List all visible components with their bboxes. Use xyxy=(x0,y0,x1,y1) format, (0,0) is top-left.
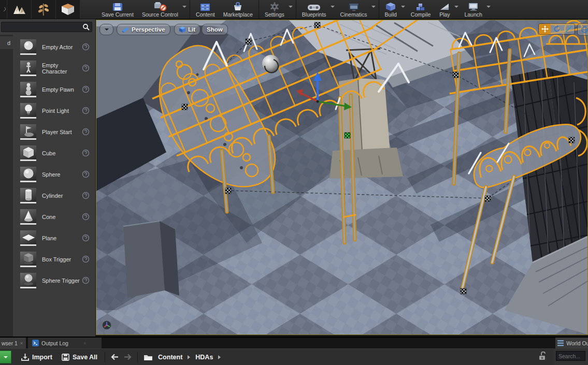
list-item-empty-pawn[interactable]: Empty Pawn xyxy=(13,79,95,100)
place-actors-category-strip xyxy=(0,35,13,337)
launch-label: Launch xyxy=(464,11,482,18)
list-item-cylinder[interactable]: Cylinder xyxy=(13,185,95,206)
list-item-cone[interactable]: Cone xyxy=(13,206,95,227)
blueprints-label: Blueprints xyxy=(302,11,326,18)
list-item-sphere[interactable]: Sphere xyxy=(13,164,95,185)
list-item-label: Cube xyxy=(42,150,82,156)
place-actors-panel: d Empty Actor Empty Character Empty Pawn… xyxy=(0,19,95,337)
save-all-icon xyxy=(62,354,69,361)
camera-mode-button[interactable]: Perspective xyxy=(117,24,170,35)
view-mode-button[interactable]: Lit xyxy=(174,24,200,35)
unlock-icon xyxy=(538,352,546,360)
list-item-point-light[interactable]: Point Light xyxy=(13,100,95,121)
blueprints-button[interactable]: Blueprints xyxy=(298,0,331,19)
build-icon xyxy=(385,2,396,11)
content-icon xyxy=(199,2,211,11)
breadcrumb-content[interactable]: Content xyxy=(156,354,184,361)
settings-dropdown[interactable] xyxy=(289,0,294,19)
move-icon xyxy=(541,25,549,33)
current-folder-icon-button[interactable] xyxy=(140,349,156,365)
mode-tab-partial[interactable] xyxy=(0,0,7,19)
build-button[interactable]: Build xyxy=(381,0,401,19)
list-item-box-trigger[interactable]: Box Trigger xyxy=(13,249,95,270)
sphere-trigger-icon xyxy=(20,273,36,288)
content-browser-toolbar: Import Save All Content HDAs xyxy=(0,348,553,365)
launch-button[interactable]: Launch xyxy=(460,0,486,19)
place-actors-search-input[interactable] xyxy=(4,23,82,32)
play-button[interactable]: Play xyxy=(435,0,454,19)
grab-hint-icon xyxy=(82,128,90,136)
list-item-empty-actor[interactable]: Empty Actor xyxy=(13,36,95,57)
move-tool-button[interactable] xyxy=(539,24,551,34)
forward-button[interactable] xyxy=(121,349,135,365)
toolbar-separator xyxy=(105,352,105,362)
blueprints-dropdown[interactable] xyxy=(331,0,336,19)
breadcrumb-separator-icon xyxy=(188,355,190,359)
list-item-plane[interactable]: Plane xyxy=(13,227,95,249)
perspective-icon xyxy=(122,27,129,33)
tab-world-outliner[interactable]: World Ou xyxy=(555,338,588,348)
place-actors-search[interactable] xyxy=(1,22,92,32)
close-icon[interactable]: × xyxy=(83,341,86,346)
plane-icon xyxy=(20,230,36,246)
source-control-label: Source Control xyxy=(142,11,178,18)
settings-button[interactable]: Settings xyxy=(261,0,289,19)
viewport-options-button[interactable] xyxy=(99,24,113,35)
list-item-sphere-trigger[interactable]: Sphere Trigger xyxy=(13,270,95,291)
landscape-mode-icon xyxy=(11,3,27,16)
world-outliner-icon xyxy=(557,340,564,346)
tab-output-log[interactable]: Output Log × xyxy=(28,338,102,348)
marketplace-button[interactable]: Marketplace xyxy=(219,0,257,19)
world-coordinates-button[interactable] xyxy=(577,23,588,36)
chevron-down-icon xyxy=(4,356,8,358)
box-trigger-icon xyxy=(20,252,36,267)
breadcrumb-hdas[interactable]: HDAs xyxy=(193,354,215,361)
cinematics-button[interactable]: Cinematics xyxy=(336,0,371,19)
3d-viewport[interactable]: Perspective Lit Show xyxy=(96,20,588,335)
lock-button[interactable] xyxy=(538,352,546,362)
source-control-dropdown[interactable] xyxy=(182,0,188,19)
breadcrumb-separator-icon xyxy=(218,355,221,359)
list-item-empty-character[interactable]: Empty Character xyxy=(13,57,95,79)
rotate-tool-button[interactable] xyxy=(551,24,563,34)
grab-hint-icon xyxy=(82,107,90,114)
list-item-label: Sphere Trigger xyxy=(42,278,82,284)
list-item-cube[interactable]: Cube xyxy=(13,142,95,164)
folder-icon xyxy=(144,354,153,361)
import-button[interactable]: Import xyxy=(17,349,57,365)
save-current-button[interactable]: Save Current xyxy=(97,0,138,19)
scale-tool-button[interactable] xyxy=(563,24,575,34)
category-tab-recently-placed[interactable]: d xyxy=(0,36,13,49)
play-dropdown[interactable] xyxy=(454,0,460,19)
back-button[interactable] xyxy=(108,349,121,365)
compile-icon xyxy=(415,2,426,11)
lit-cube-icon xyxy=(179,26,185,33)
geometry-mode-icon xyxy=(60,2,76,17)
settings-icon xyxy=(269,2,280,11)
close-icon[interactable]: × xyxy=(20,341,23,346)
import-label: Import xyxy=(32,354,52,361)
blueprints-icon xyxy=(307,2,321,11)
list-item-player-start[interactable]: Player Start xyxy=(13,121,95,142)
source-control-button[interactable]: Source Control xyxy=(138,0,182,19)
content-button[interactable]: Content xyxy=(192,0,219,19)
build-dropdown[interactable] xyxy=(401,0,407,19)
output-log-icon xyxy=(32,340,39,346)
add-new-button[interactable] xyxy=(0,351,11,363)
landscape-mode-button[interactable] xyxy=(7,0,32,19)
transform-toolbar xyxy=(538,23,575,35)
save-all-button[interactable]: Save All xyxy=(57,349,102,365)
toolbar-separator xyxy=(259,0,259,19)
show-flags-button[interactable]: Show xyxy=(202,24,228,35)
bottom-tab-strip: wser 1 × Output Log × World Ou xyxy=(0,337,588,348)
geometry-mode-button[interactable] xyxy=(56,0,80,19)
search-icon xyxy=(82,23,90,31)
list-item-label: Cylinder xyxy=(42,193,82,199)
world-outliner-search-input[interactable] xyxy=(556,351,585,361)
foliage-mode-button[interactable] xyxy=(32,0,56,19)
tab-content-browser[interactable]: wser 1 × xyxy=(0,338,26,348)
launch-dropdown[interactable] xyxy=(486,0,492,19)
cinematics-dropdown[interactable] xyxy=(371,0,377,19)
grab-hint-icon xyxy=(82,234,90,242)
compile-button[interactable]: Compile xyxy=(407,0,435,19)
